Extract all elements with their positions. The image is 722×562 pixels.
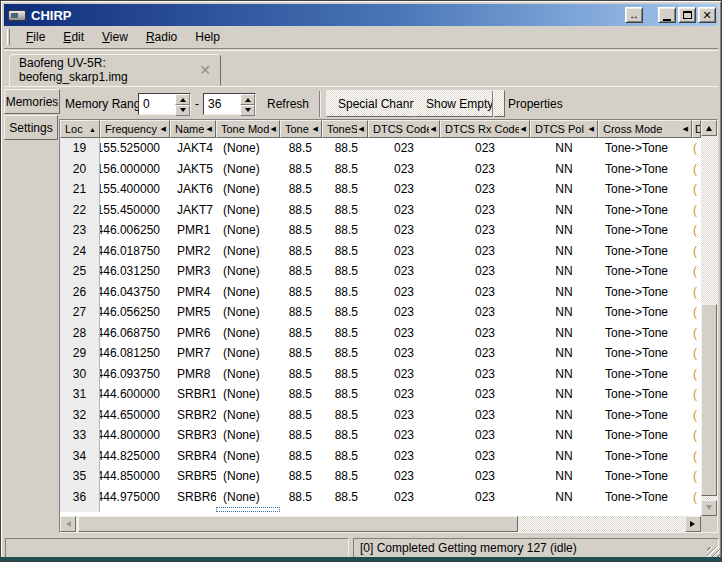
table-row[interactable]: 19155.525000JAKT4(None)88.588.5023023NNT…	[60, 138, 701, 159]
cell-cross-mode[interactable]: Tone->Tone	[598, 323, 692, 344]
menu-grip-handle[interactable]	[7, 29, 10, 45]
cell-tone[interactable]: 88.5	[280, 138, 322, 159]
cell-dtcs-pol[interactable]: NN	[530, 261, 598, 282]
cell-dtcs-pol[interactable]: NN	[530, 487, 598, 508]
cell-frequency[interactable]: 446.068750	[100, 323, 170, 344]
cell-loc[interactable]: 28	[60, 323, 100, 344]
cell-name[interactable]: PMR3	[170, 261, 216, 282]
column-header-frequency[interactable]: Frequency◀	[100, 120, 170, 138]
cell-frequency[interactable]: 444.600000	[100, 384, 170, 405]
cell-dtcs-code[interactable]: 023	[368, 466, 440, 487]
cell-frequency[interactable]: 155.400000	[100, 179, 170, 200]
cell-dtcs-pol[interactable]: NN	[530, 466, 598, 487]
cell-dtcs-rx-code[interactable]: 023	[440, 466, 530, 487]
spin-down-button[interactable]	[175, 105, 190, 116]
cell-name[interactable]: SRBR4	[170, 446, 216, 467]
cell-dtcs-rx-code[interactable]: 023	[440, 446, 530, 467]
table-row[interactable]: 30446.093750PMR8(None)88.588.5023023NNTo…	[60, 364, 701, 385]
cell-name[interactable]: SRBR2	[170, 405, 216, 426]
cell-cross-mode[interactable]: Tone->Tone	[598, 487, 692, 508]
column-header-tonesql[interactable]: ToneSql◀	[322, 120, 368, 138]
cell-dtcs-code[interactable]: 023	[368, 405, 440, 426]
cell-tone-mode[interactable]: (None)	[216, 200, 280, 221]
scroll-left-button[interactable]	[60, 516, 76, 532]
cell-dtcs-rx-code[interactable]: 023	[440, 159, 530, 180]
cell-dtcs-pol[interactable]: NN	[530, 138, 598, 159]
cell-dtcs-code[interactable]: 023	[368, 384, 440, 405]
cell-name[interactable]: JAKT4	[170, 138, 216, 159]
cell-dtcs-pol[interactable]: NN	[530, 179, 598, 200]
cell-dtcs-rx-code[interactable]: 023	[440, 425, 530, 446]
cell-frequency[interactable]: 444.650000	[100, 405, 170, 426]
cell-tone[interactable]: 88.5	[280, 446, 322, 467]
cell-tone[interactable]: 88.5	[280, 159, 322, 180]
cell-dtcs-rx-code[interactable]: 023	[440, 138, 530, 159]
cell-frequency[interactable]: 446.056250	[100, 302, 170, 323]
cell-tonesql[interactable]: 88.5	[322, 200, 368, 221]
cell-tone-mode[interactable]: (None)	[216, 159, 280, 180]
cell-tone[interactable]: 88.5	[280, 466, 322, 487]
cell-frequency[interactable]: 156.000000	[100, 159, 170, 180]
cell-dtcs-code[interactable]: 023	[368, 261, 440, 282]
cell-cross-mode[interactable]: Tone->Tone	[598, 425, 692, 446]
column-header-dtcs-pol[interactable]: DTCS Pol◀	[530, 120, 598, 138]
cell-tone-mode[interactable]: (None)	[216, 302, 280, 323]
cell-name[interactable]: SRBR3	[170, 425, 216, 446]
cell-dtcs-code[interactable]: 023	[368, 241, 440, 262]
cell-tonesql[interactable]: 88.5	[322, 159, 368, 180]
cell-tonesql[interactable]: 88.5	[322, 323, 368, 344]
cell-cross-mode[interactable]: Tone->Tone	[598, 302, 692, 323]
spin-up-button[interactable]	[175, 94, 190, 105]
table-row[interactable]: 25446.031250PMR3(None)88.588.5023023NNTo…	[60, 261, 701, 282]
cell-dtcs-code[interactable]: 023	[368, 220, 440, 241]
table-row[interactable]: 27446.056250PMR5(None)88.588.5023023NNTo…	[60, 302, 701, 323]
cell-dtcs-pol[interactable]: NN	[530, 446, 598, 467]
cell-tonesql[interactable]: 88.5	[322, 405, 368, 426]
cell-name[interactable]: SRBR1	[170, 384, 216, 405]
cell-loc[interactable]: 29	[60, 343, 100, 364]
cell-tonesql[interactable]: 88.5	[322, 466, 368, 487]
table-row[interactable]: 24446.018750PMR2(None)88.588.5023023NNTo…	[60, 241, 701, 262]
cell-tone-mode[interactable]: (None)	[216, 220, 280, 241]
cell-loc[interactable]: 31	[60, 384, 100, 405]
tab-baofeng-uv5r[interactable]: Baofeng UV-5R: beofeng_skarp1.img ✕	[9, 54, 221, 86]
cell-dtcs-pol[interactable]: NN	[530, 425, 598, 446]
cell-tonesql[interactable]: 88.5	[322, 261, 368, 282]
cell-loc[interactable]: 32	[60, 405, 100, 426]
cell-cross-mode[interactable]: Tone->Tone	[598, 384, 692, 405]
cell-tonesql[interactable]: 88.5	[322, 220, 368, 241]
scroll-up-button[interactable]	[701, 120, 717, 136]
column-header-tone[interactable]: Tone◀	[280, 120, 322, 138]
cell-loc[interactable]: 25	[60, 261, 100, 282]
cell-tone-mode[interactable]: (None)	[216, 241, 280, 262]
cell-name[interactable]: PMR1	[170, 220, 216, 241]
properties-button[interactable]: Properties	[500, 93, 571, 115]
cell-loc[interactable]: 26	[60, 282, 100, 303]
cell-dtcs-rx-code[interactable]: 023	[440, 384, 530, 405]
menu-view[interactable]: View	[93, 27, 137, 47]
column-header-partial[interactable]: D	[692, 120, 701, 138]
cell-loc[interactable]: 21	[60, 179, 100, 200]
cell-tone[interactable]: 88.5	[280, 384, 322, 405]
cell-dtcs-pol[interactable]: NN	[530, 323, 598, 344]
cell-dtcs-rx-code[interactable]: 023	[440, 241, 530, 262]
cell-name[interactable]: PMR6	[170, 323, 216, 344]
cell-name[interactable]: PMR7	[170, 343, 216, 364]
cell-cross-mode[interactable]: Tone->Tone	[598, 343, 692, 364]
table-row[interactable]: 35444.850000SRBR5(None)88.588.5023023NNT…	[60, 466, 701, 487]
cell-dtcs-pol[interactable]: NN	[530, 200, 598, 221]
cell-frequency[interactable]: 446.081250	[100, 343, 170, 364]
cell-tone[interactable]: 88.5	[280, 200, 322, 221]
app-icon[interactable]	[8, 10, 26, 21]
horizontal-scrollbar[interactable]	[60, 516, 701, 532]
cell-tone-mode[interactable]: (None)	[216, 138, 280, 159]
cell-dtcs-rx-code[interactable]: 023	[440, 405, 530, 426]
scroll-down-button[interactable]	[701, 500, 717, 516]
cell-cross-mode[interactable]: Tone->Tone	[598, 241, 692, 262]
cell-frequency[interactable]: 446.006250	[100, 220, 170, 241]
cell-tone[interactable]: 88.5	[280, 220, 322, 241]
memory-range-end-value[interactable]: 36	[204, 94, 240, 114]
cell-dtcs-rx-code[interactable]: 023	[440, 343, 530, 364]
cell-frequency[interactable]: 444.825000	[100, 446, 170, 467]
table-row-partial[interactable]	[60, 507, 701, 512]
